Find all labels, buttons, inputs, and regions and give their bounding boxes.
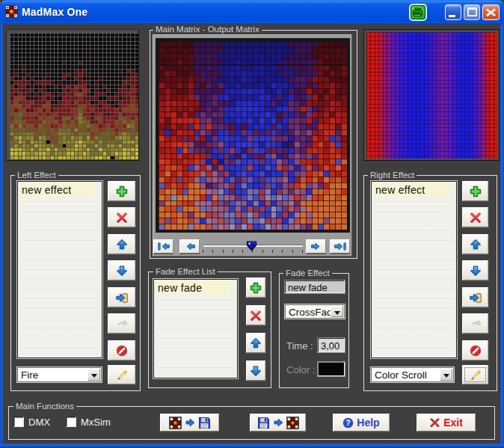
svg-text:?: ? <box>346 419 351 427</box>
